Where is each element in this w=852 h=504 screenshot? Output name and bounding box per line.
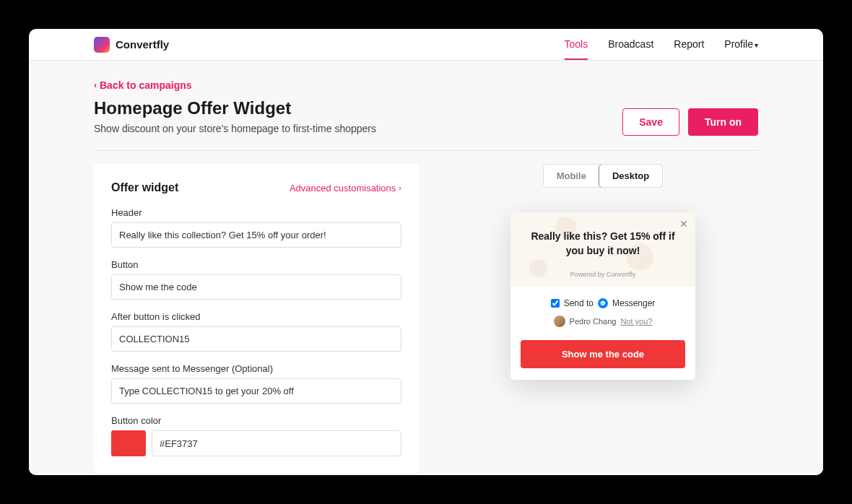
device-toggle: Mobile Desktop	[543, 164, 663, 188]
header-input[interactable]	[111, 222, 401, 248]
color-label: Button color	[111, 415, 401, 426]
topbar: Convertfly Tools Broadcast Report Profil…	[29, 29, 823, 61]
field-color: Button color	[111, 415, 401, 456]
avatar	[554, 316, 565, 327]
content-row: Offer widget Advanced customisations › H…	[94, 164, 758, 475]
after-input[interactable]	[111, 326, 401, 352]
color-swatch[interactable]	[111, 430, 146, 456]
page-subtitle: Show discount on your store's homepage t…	[94, 123, 376, 134]
nav-report[interactable]: Report	[674, 30, 704, 60]
brand-name: Convertfly	[116, 38, 169, 51]
page-header: Homepage Offer Widget Show discount on y…	[94, 95, 758, 151]
preview-column: Mobile Desktop ✕ Really like this? Get 1…	[448, 164, 758, 475]
offer-widget-card: Offer widget Advanced customisations › H…	[94, 164, 419, 474]
app-window: Convertfly Tools Broadcast Report Profil…	[29, 29, 823, 475]
main-nav: Tools Broadcast Report Profile▾	[565, 30, 758, 60]
preview-title: Really like this? Get 15% off if you buy…	[525, 230, 681, 258]
page-body: ‹ Back to campaigns Homepage Offer Widge…	[29, 61, 823, 475]
advanced-customisations-link[interactable]: Advanced customisations ›	[290, 183, 401, 194]
card-title: Offer widget	[111, 181, 178, 194]
not-you-link[interactable]: Not you?	[620, 317, 652, 326]
preview-header: ✕ Really like this? Get 15% off if you b…	[510, 212, 695, 287]
button-input[interactable]	[111, 274, 401, 300]
sendto-prefix: Send to	[564, 298, 594, 308]
messenger-icon	[598, 298, 608, 308]
save-button[interactable]: Save	[622, 108, 679, 136]
header-label: Header	[111, 207, 401, 218]
after-label: After button is clicked	[111, 311, 401, 322]
user-name: Pedro Chang	[570, 317, 617, 326]
brand[interactable]: Convertfly	[94, 37, 169, 53]
color-input[interactable]	[152, 430, 401, 456]
device-desktop-button[interactable]: Desktop	[599, 164, 663, 188]
preview-cta-button[interactable]: Show me the code	[521, 340, 685, 368]
nav-broadcast[interactable]: Broadcast	[608, 30, 653, 60]
nav-profile[interactable]: Profile▾	[724, 30, 758, 60]
advanced-label: Advanced customisations	[290, 183, 396, 194]
preview-card: ✕ Really like this? Get 15% off if you b…	[510, 212, 695, 380]
chevron-right-icon: ›	[399, 183, 401, 192]
back-link[interactable]: ‹ Back to campaigns	[94, 79, 192, 91]
field-message: Message sent to Messenger (Optional)	[111, 363, 401, 404]
chevron-down-icon: ▾	[755, 41, 758, 49]
sendto-app: Messenger	[612, 298, 655, 308]
user-row: Pedro Chang Not you?	[521, 316, 685, 327]
field-button: Button	[111, 259, 401, 300]
close-icon[interactable]: ✕	[679, 218, 688, 230]
color-row	[111, 430, 401, 456]
field-header: Header	[111, 207, 401, 248]
settings-column: Offer widget Advanced customisations › H…	[94, 164, 419, 475]
nav-tools[interactable]: Tools	[565, 30, 588, 60]
preview-body: Send to Messenger Pedro Chang Not you? S…	[510, 287, 695, 380]
button-label: Button	[111, 259, 401, 270]
device-mobile-button[interactable]: Mobile	[544, 165, 599, 187]
powered-by: Powered by Convertfly	[525, 271, 681, 278]
sendto-checkbox[interactable]	[551, 299, 560, 308]
page-title: Homepage Offer Widget	[94, 98, 376, 118]
message-input[interactable]	[111, 378, 401, 404]
send-to-row: Send to Messenger	[521, 298, 685, 308]
card-header: Offer widget Advanced customisations ›	[111, 181, 401, 194]
back-link-label: Back to campaigns	[100, 79, 192, 91]
header-actions: Save Turn on	[622, 108, 758, 136]
nav-profile-label: Profile	[724, 38, 753, 50]
page-title-block: Homepage Offer Widget Show discount on y…	[94, 95, 376, 134]
turn-on-button[interactable]: Turn on	[688, 108, 758, 136]
message-label: Message sent to Messenger (Optional)	[111, 363, 401, 374]
brand-logo-icon	[94, 37, 110, 53]
field-after: After button is clicked	[111, 311, 401, 352]
chevron-left-icon: ‹	[94, 80, 97, 90]
